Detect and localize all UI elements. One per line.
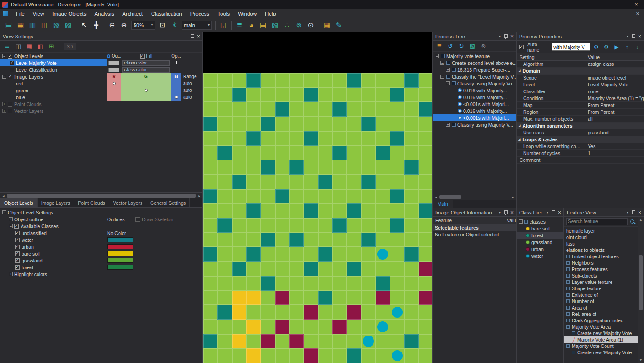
map-cell-grassland[interactable] xyxy=(361,291,375,305)
map-cell-grassland[interactable] xyxy=(361,146,375,160)
map-cell-grassland[interactable] xyxy=(217,233,232,247)
map-cell-bare-soil[interactable] xyxy=(232,334,246,349)
close-icon[interactable]: × xyxy=(638,33,641,40)
map-cell-forest[interactable] xyxy=(261,117,275,131)
map-cell-grassland[interactable] xyxy=(203,131,217,146)
map-cell-grassland[interactable] xyxy=(332,160,346,175)
opacity-column-header[interactable]: Op... xyxy=(171,53,181,59)
feature-item-rel-area-of[interactable]: Rel. area of xyxy=(564,311,638,317)
outline-column-header[interactable]: Ou... xyxy=(107,53,121,59)
map-cell-grassland[interactable] xyxy=(261,175,275,189)
map-cell-grassland[interactable] xyxy=(376,88,390,102)
class-color-swatch[interactable] xyxy=(107,237,133,242)
map-cell-grassland[interactable] xyxy=(217,189,232,204)
zoom-out-button[interactable]: ⊖ xyxy=(106,20,118,31)
map-cell-forest[interactable] xyxy=(404,73,418,88)
map-cell-grassland[interactable] xyxy=(361,320,375,334)
map-cell-grassland[interactable] xyxy=(275,233,289,247)
map-cell-grassland[interactable] xyxy=(390,117,404,131)
map-cell-grassland[interactable] xyxy=(361,73,375,88)
tree-row-level-majority-vote[interactable]: Level Majority Vote Class Color xyxy=(0,59,202,66)
map-cell-grassland[interactable] xyxy=(232,203,246,218)
class-row-grassland[interactable]: grassland xyxy=(0,257,202,264)
map-cell-grassland[interactable] xyxy=(289,276,303,291)
map-cell-grassland[interactable] xyxy=(361,348,375,363)
menu-item-window[interactable]: Window xyxy=(234,9,261,18)
map-cell-forest[interactable] xyxy=(332,218,346,233)
map-cell-grassland[interactable] xyxy=(419,146,433,160)
map-cell-grassland[interactable] xyxy=(275,131,289,146)
map-cell-grassland[interactable] xyxy=(246,175,260,189)
map-cell-forest[interactable] xyxy=(347,203,361,218)
process-profiler-button[interactable]: ≣ xyxy=(434,42,444,51)
add-red-layer-button[interactable]: ◧ xyxy=(35,42,45,51)
map-cell-grassland[interactable] xyxy=(203,218,217,233)
map-cell-grassland[interactable] xyxy=(203,320,217,334)
image-layers-checkbox[interactable] xyxy=(8,75,12,79)
class-row-unclassified[interactable]: unclassified No Color xyxy=(0,230,202,236)
map-cell-grassland[interactable] xyxy=(217,247,232,262)
map-cell-grassland[interactable] xyxy=(347,189,361,204)
property-group-domain[interactable]: ◢Domain xyxy=(517,68,644,75)
ols-available-classes-row[interactable]: −Available Classes xyxy=(0,223,202,230)
map-cell-grassland[interactable] xyxy=(419,175,433,189)
map-cell-grassland[interactable] xyxy=(246,334,260,349)
add-layer-button[interactable]: ⊞ xyxy=(46,42,56,51)
map-cell-grassland[interactable] xyxy=(332,262,346,276)
green-channel-cell[interactable] xyxy=(121,94,171,101)
map-cell-grassland[interactable] xyxy=(217,291,232,305)
map-cell-grassland[interactable] xyxy=(347,334,361,349)
opacity-cell[interactable] xyxy=(171,66,181,73)
property-row-level[interactable]: LevelLevel Majority Vote xyxy=(517,81,644,88)
chevron-down-icon[interactable]: ▾ xyxy=(547,210,548,214)
feature-item-area-of[interactable]: Area of xyxy=(564,304,638,311)
map-cell-grassland[interactable] xyxy=(361,88,375,102)
map-cell-grassland[interactable] xyxy=(318,218,332,233)
map-cell-forest[interactable] xyxy=(361,175,375,189)
process-tree-item[interactable]: 0.016 with Majority... xyxy=(433,107,516,114)
range-column-header[interactable]: Range xyxy=(181,73,202,80)
fill-color-cell[interactable]: Class Color xyxy=(121,66,171,73)
map-cell-forest[interactable] xyxy=(246,203,260,218)
minimize-button[interactable] xyxy=(597,0,613,9)
map-cell-grassland[interactable] xyxy=(390,175,404,189)
map-cell-grassland[interactable] xyxy=(275,117,289,131)
snippets-button[interactable]: ▧ xyxy=(467,42,477,51)
map-cell-grassland[interactable] xyxy=(332,189,346,204)
map-cell-forest[interactable] xyxy=(404,247,418,262)
map-cell-grassland[interactable] xyxy=(275,305,289,320)
property-row-use-class[interactable]: Use classgrassland xyxy=(517,129,644,136)
map-cell-grassland[interactable] xyxy=(289,88,303,102)
chevron-down-icon[interactable]: ▾ xyxy=(627,210,628,214)
map-cell-grassland[interactable] xyxy=(332,117,346,131)
map-cell-grassland[interactable] xyxy=(304,247,318,262)
map-cell-grassland[interactable] xyxy=(332,73,346,88)
class-item-urban[interactable]: urban xyxy=(517,246,563,252)
property-value[interactable]: none xyxy=(585,88,644,95)
undo-button[interactable]: ↺ xyxy=(445,42,455,51)
map-cell-grassland[interactable] xyxy=(304,102,318,117)
green-channel-cell[interactable] xyxy=(121,80,171,87)
map-cell-grassland[interactable] xyxy=(232,117,246,131)
map-cell-grassland[interactable] xyxy=(261,203,275,218)
menu-item-file[interactable]: File xyxy=(12,9,29,18)
map-cell-grassland[interactable] xyxy=(404,102,418,117)
map-cell-grassland[interactable] xyxy=(261,291,275,305)
scroll-down-icon[interactable]: ▼ xyxy=(638,357,644,363)
map-cell-forest[interactable] xyxy=(347,73,361,88)
map-cell-grassland[interactable] xyxy=(318,276,332,291)
property-row-region[interactable]: RegionFrom Parent xyxy=(517,109,644,116)
map-cell-grassland[interactable] xyxy=(289,218,303,233)
map-cell-forest[interactable] xyxy=(390,131,404,146)
map-cell-grassland[interactable] xyxy=(232,160,246,175)
draw-skeleton-checkbox[interactable] xyxy=(135,217,140,222)
map-cell-forest[interactable] xyxy=(275,189,289,204)
comment-row[interactable]: Comment xyxy=(517,157,644,164)
menu-item-architect[interactable]: Architect xyxy=(118,9,147,18)
map-cell-forest[interactable] xyxy=(390,189,404,204)
map-cell-forest[interactable] xyxy=(246,247,260,262)
map-cell-forest[interactable] xyxy=(419,102,433,117)
class-checkbox[interactable] xyxy=(15,238,20,242)
process-name-input[interactable] xyxy=(552,43,590,51)
map-cell-grassland[interactable] xyxy=(404,348,418,363)
